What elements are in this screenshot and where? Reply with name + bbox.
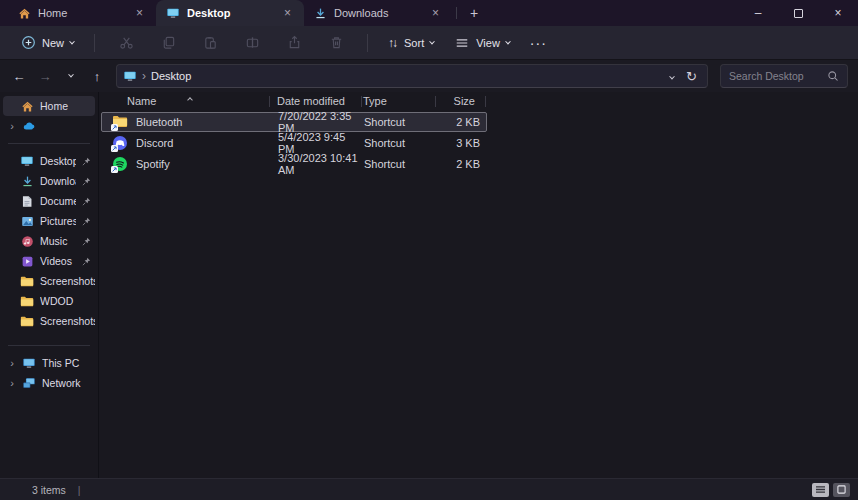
window-controls: – × <box>738 0 858 26</box>
sidebar-item-onedrive[interactable]: › <box>3 116 95 136</box>
tab-close-icon[interactable]: × <box>133 6 146 20</box>
column-divider[interactable] <box>435 96 436 107</box>
sidebar-item-home[interactable]: Home <box>3 96 95 116</box>
pin-icon <box>82 157 91 166</box>
breadcrumb-separator: › <box>142 69 146 83</box>
tab-downloads[interactable]: Downloads × <box>304 0 452 26</box>
refresh-button[interactable]: ↻ <box>686 69 697 84</box>
desktop-icon <box>123 69 137 83</box>
recent-locations-button[interactable] <box>60 65 82 87</box>
minimize-button[interactable]: – <box>738 0 778 26</box>
rename-button[interactable] <box>233 30 271 56</box>
sort-button[interactable]: ↑↓ Sort <box>380 31 442 55</box>
view-button[interactable]: View <box>446 30 518 56</box>
copy-button[interactable] <box>149 30 187 56</box>
folder-icon <box>20 294 34 308</box>
close-button[interactable]: × <box>818 0 858 26</box>
tab-close-icon[interactable]: × <box>281 6 294 20</box>
share-icon <box>286 35 302 51</box>
sidebar-item-label: Videos <box>40 255 76 267</box>
search-icon <box>827 70 839 82</box>
tab-close-icon[interactable]: × <box>429 6 442 20</box>
maximize-icon <box>794 9 803 18</box>
see-more-button[interactable]: ··· <box>522 35 555 51</box>
file-row-discord[interactable]: Discord 5/4/2023 9:45 PM Shortcut 3 KB <box>101 133 487 153</box>
command-toolbar: New <box>0 26 858 60</box>
file-type: Shortcut <box>358 137 432 149</box>
paste-button[interactable] <box>191 30 229 56</box>
chevron-right-icon[interactable]: › <box>8 357 16 369</box>
tab-home[interactable]: Home × <box>8 0 156 26</box>
chevron-right-icon[interactable]: › <box>8 377 16 389</box>
sidebar-item-music[interactable]: Music <box>3 231 95 251</box>
pin-icon <box>82 257 91 266</box>
file-size: 2 KB <box>432 116 480 128</box>
column-divider[interactable] <box>361 96 362 107</box>
sidebar-item-screenshots-2[interactable]: Screenshots <box>3 311 95 331</box>
status-bar: 3 items | <box>0 478 858 500</box>
file-row-bluetooth[interactable]: Bluetooth 7/20/2022 3:35 PM Shortcut 2 K… <box>101 112 487 132</box>
spotify-shortcut-icon <box>112 156 128 172</box>
sidebar-item-label: Screenshots <box>40 275 95 287</box>
sidebar-item-this-pc[interactable]: › This PC <box>3 353 95 373</box>
copy-icon <box>160 35 176 51</box>
sidebar-item-label: Downloads <box>40 175 76 187</box>
address-bar-row: ← → ↑ › Desktop ↻ <box>0 60 858 92</box>
share-button[interactable] <box>275 30 313 56</box>
column-divider[interactable] <box>485 96 486 107</box>
file-row-spotify[interactable]: Spotify 3/30/2023 10:41 AM Shortcut 2 KB <box>101 154 487 174</box>
maximize-button[interactable] <box>778 0 818 26</box>
sidebar-item-network[interactable]: › Network <box>3 373 95 393</box>
toolbar-separator <box>94 34 95 52</box>
new-button[interactable]: New <box>12 30 82 56</box>
tab-desktop[interactable]: Desktop × <box>156 0 304 26</box>
cut-button[interactable] <box>107 30 145 56</box>
chevron-down-icon <box>505 38 511 44</box>
discord-shortcut-icon <box>112 135 128 151</box>
folder-icon <box>20 274 34 288</box>
sidebar-item-pictures[interactable]: Pictures <box>3 211 95 231</box>
file-type: Shortcut <box>358 158 432 170</box>
sidebar-item-downloads[interactable]: Downloads <box>3 171 95 191</box>
sidebar-item-desktop[interactable]: Desktop <box>3 151 95 171</box>
column-header-date-modified[interactable]: Date modified <box>269 95 357 107</box>
desktop-icon <box>166 6 180 20</box>
column-header-name[interactable]: Name <box>99 95 269 107</box>
sidebar-item-documents[interactable]: Documents <box>3 191 95 211</box>
status-divider: | <box>78 484 81 496</box>
search-input[interactable] <box>729 70 821 82</box>
file-date-modified: 3/30/2023 10:41 AM <box>270 152 358 176</box>
sidebar-item-label: Music <box>40 235 76 247</box>
desktop-icon <box>20 154 34 168</box>
folder-icon <box>20 314 34 328</box>
column-header-size[interactable]: Size <box>431 95 481 107</box>
back-button[interactable]: ← <box>8 65 30 87</box>
details-view-button[interactable] <box>812 483 829 497</box>
forward-button[interactable]: → <box>34 65 56 87</box>
downloads-icon <box>314 7 327 20</box>
new-tab-button[interactable]: + <box>461 0 487 26</box>
up-button[interactable]: ↑ <box>86 65 108 87</box>
file-list-pane: Name Date modified Type Size Bluetoo <box>99 92 858 478</box>
delete-button[interactable] <box>317 30 355 56</box>
new-plus-icon <box>20 35 36 51</box>
chevron-right-icon[interactable]: › <box>8 120 16 132</box>
downloads-icon <box>20 174 34 188</box>
breadcrumb-location[interactable]: Desktop <box>151 70 191 82</box>
navigation-pane: Home › Desktop <box>0 92 99 478</box>
shortcut-arrow-icon <box>111 166 118 173</box>
sidebar-item-screenshots[interactable]: Screenshots <box>3 271 95 291</box>
document-icon <box>20 194 34 208</box>
address-dropdown-button[interactable] <box>670 70 674 82</box>
file-list: Bluetooth 7/20/2022 3:35 PM Shortcut 2 K… <box>99 112 858 174</box>
home-icon <box>20 99 34 113</box>
column-header-type[interactable]: Type <box>357 95 431 107</box>
toolbar-separator <box>367 34 368 52</box>
sidebar-item-videos[interactable]: Videos <box>3 251 95 271</box>
file-name: Discord <box>136 137 173 149</box>
large-icons-view-button[interactable] <box>833 483 850 497</box>
main-area: Home › Desktop <box>0 92 858 478</box>
column-divider[interactable] <box>269 96 270 107</box>
sidebar-item-wdod[interactable]: WDOD <box>3 291 95 311</box>
address-breadcrumb-bar[interactable]: › Desktop ↻ <box>116 64 708 88</box>
